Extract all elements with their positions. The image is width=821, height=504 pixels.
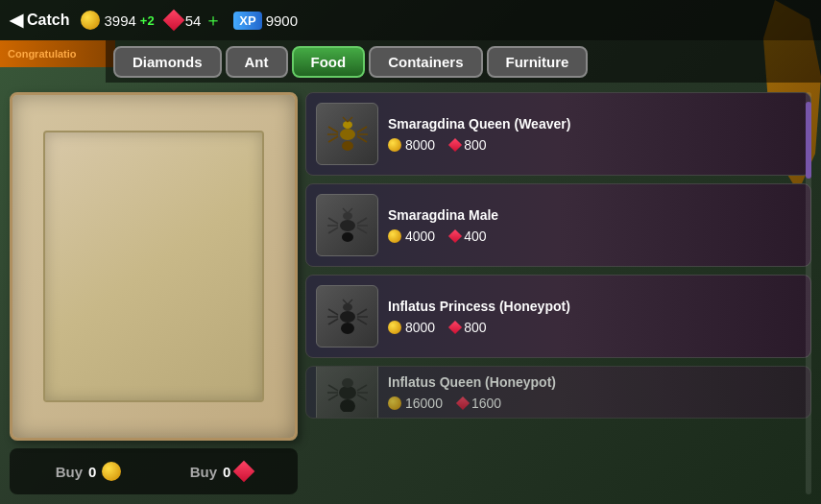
svg-line-8	[357, 136, 367, 142]
buy-label-1: Buy	[56, 464, 83, 480]
buy-count-1: 0	[88, 464, 96, 480]
coin-icon-3	[388, 321, 401, 334]
svg-point-13	[342, 232, 353, 242]
xp-stat: XP 9900	[233, 12, 298, 30]
tab-food[interactable]: Food	[292, 46, 366, 78]
diamond-icon-2	[448, 228, 462, 242]
item-name-3: Inflatus Princess (Honeypot)	[388, 299, 801, 314]
tab-ant[interactable]: Ant	[226, 46, 288, 78]
ant-image-1	[324, 115, 372, 154]
scroll-bar[interactable]	[806, 92, 811, 494]
svg-line-39	[357, 385, 367, 391]
ant-image-3	[324, 298, 372, 336]
svg-line-31	[343, 300, 348, 304]
svg-line-27	[328, 319, 338, 324]
diamond-price-1: 800	[464, 137, 486, 153]
diamond-price-group-3: 800	[450, 320, 486, 335]
diamond-price-group-2: 400	[450, 228, 486, 244]
svg-point-24	[341, 323, 354, 334]
scroll-thumb[interactable]	[806, 102, 811, 179]
list-item[interactable]: Inflatus Queen (Honeypot) 16000 1600	[305, 366, 811, 419]
coins-plus: +2	[140, 13, 155, 28]
item-preview-inner	[43, 131, 264, 402]
svg-line-16	[328, 228, 338, 233]
svg-line-32	[348, 300, 352, 304]
buy-count-2: 0	[223, 464, 230, 480]
coin-price-group-4: 16000	[388, 396, 443, 411]
congrats-text: Congratulatio	[8, 48, 77, 60]
svg-line-6	[357, 127, 367, 132]
buy-section-1: Buy 0	[56, 462, 122, 481]
buy-section-2: Buy 0	[190, 464, 253, 480]
svg-point-34	[342, 378, 353, 388]
xp-label: XP	[233, 12, 261, 30]
header: ◀ Catch 3994 +2 54 ＋ XP 9900	[0, 0, 821, 40]
coin-icon-4	[388, 396, 401, 410]
coin-icon	[81, 11, 100, 30]
diamond-icon-1	[448, 137, 462, 151]
tab-diamonds[interactable]: Diamonds	[113, 46, 222, 78]
diamond-icon-4	[456, 396, 470, 409]
xp-value: 9900	[266, 12, 298, 29]
buy-coin-icon-1	[102, 462, 121, 481]
svg-line-5	[328, 136, 338, 142]
item-thumbnail	[316, 194, 378, 256]
buy-label-2: Buy	[190, 464, 217, 480]
coin-icon-1	[388, 138, 401, 152]
ant-image-2	[324, 206, 372, 245]
diamond-price-3: 800	[464, 320, 486, 335]
diamond-icon	[162, 10, 184, 32]
item-prices-3: 8000 800	[388, 320, 801, 335]
svg-line-38	[328, 395, 338, 400]
svg-point-12	[343, 212, 352, 220]
svg-point-23	[343, 303, 352, 311]
back-button[interactable]: ◀ Catch	[10, 10, 69, 31]
item-thumbnail	[316, 285, 378, 348]
svg-point-1	[343, 121, 352, 129]
list-item[interactable]: Inflatus Princess (Honeypot) 8000 800	[305, 275, 811, 358]
tab-furniture[interactable]: Furniture	[487, 46, 589, 78]
item-name-1: Smaragdina Queen (Weaver)	[388, 116, 801, 132]
item-thumbnail	[316, 366, 378, 419]
item-prices-1: 8000 800	[388, 137, 801, 153]
svg-point-22	[340, 311, 355, 323]
svg-point-33	[339, 386, 356, 399]
tab-bar: Diamonds Ant Food Containers Furniture	[106, 40, 821, 83]
buy-diamond-icon-2	[233, 461, 255, 483]
list-item[interactable]: Smaragdina Queen (Weaver) 8000 800	[305, 92, 811, 176]
item-info-1: Smaragdina Queen (Weaver) 8000 800	[388, 116, 801, 153]
item-info-3: Inflatus Princess (Honeypot) 8000 800	[388, 299, 801, 335]
svg-line-17	[357, 218, 367, 224]
diamond-icon-3	[448, 320, 462, 333]
back-label: Catch	[27, 12, 69, 29]
svg-line-14	[328, 218, 338, 224]
plus-icon[interactable]: ＋	[205, 9, 222, 32]
diamond-price-2: 400	[464, 228, 486, 244]
congrats-banner: Congratulatio	[0, 40, 115, 67]
list-item[interactable]: Smaragdina Male 4000 400	[305, 183, 811, 267]
coins-stat: 3994 +2	[81, 11, 154, 30]
svg-line-36	[328, 385, 338, 391]
svg-line-30	[357, 319, 367, 324]
svg-line-25	[328, 309, 338, 315]
tab-containers[interactable]: Containers	[369, 46, 482, 78]
item-name-4: Inflatus Queen (Honeypot)	[388, 374, 801, 390]
item-info-2: Smaragdina Male 4000 400	[388, 207, 801, 244]
svg-line-41	[357, 395, 367, 400]
diamond-price-4: 1600	[471, 396, 501, 411]
coin-icon-2	[388, 229, 401, 243]
svg-point-0	[340, 129, 355, 140]
item-prices-2: 4000 400	[388, 228, 801, 244]
ant-image-4	[324, 373, 372, 412]
svg-line-9	[343, 117, 348, 122]
coin-price-group-2: 4000	[388, 228, 435, 244]
coin-price-3: 8000	[405, 320, 435, 335]
item-prices-4: 16000 1600	[388, 396, 801, 411]
diamond-price-group-4: 1600	[458, 396, 501, 411]
coin-price-group-1: 8000	[388, 137, 435, 153]
item-display-panel: Buy 0 Buy 0	[10, 92, 298, 494]
diamonds-stat: 54 ＋	[166, 9, 223, 32]
svg-line-20	[343, 208, 348, 213]
item-preview-frame	[10, 92, 298, 441]
svg-point-2	[342, 141, 353, 151]
